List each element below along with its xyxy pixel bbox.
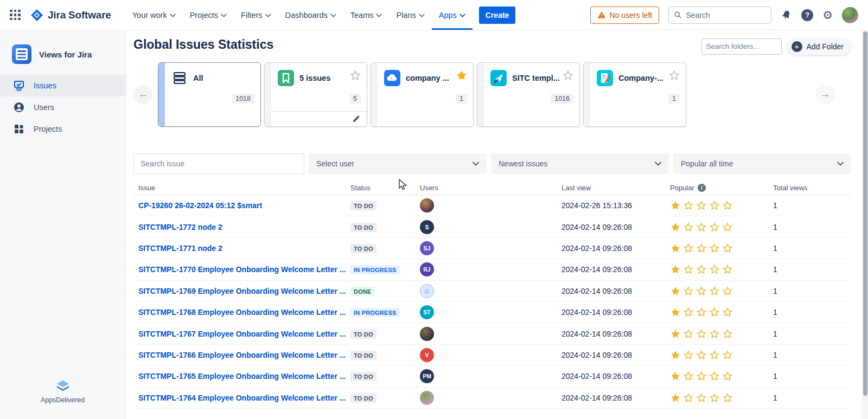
create-button[interactable]: Create <box>479 7 516 24</box>
rating-star-outline-icon[interactable] <box>683 371 694 382</box>
settings-gear-icon[interactable]: ⚙ <box>822 9 833 21</box>
issue-link[interactable]: SITCTMPL-1771 node 2 <box>133 244 350 253</box>
no-users-left-button[interactable]: No users left <box>590 7 660 24</box>
user-avatar[interactable]: S <box>420 220 434 234</box>
rating-star-outline-icon[interactable] <box>683 222 694 233</box>
nav-item-your-work[interactable]: Your work <box>125 0 183 30</box>
scrollbar-thumb[interactable] <box>863 31 867 396</box>
user-avatar[interactable]: SJ <box>420 241 434 255</box>
rating-star-filled-icon[interactable] <box>670 350 681 360</box>
folder-card-all[interactable]: All1018 <box>158 62 261 127</box>
star-outline-icon[interactable] <box>349 69 361 81</box>
sidebar-item-projects[interactable]: Projects <box>0 118 125 140</box>
notifications-bell-icon[interactable] <box>781 9 792 21</box>
rating-star-outline-icon[interactable] <box>709 371 720 382</box>
search-issue-input[interactable] <box>133 153 304 174</box>
issue-link[interactable]: SITCTMPL-1764 Employee Onboarding Welcom… <box>133 394 350 402</box>
user-avatar[interactable] <box>420 391 434 405</box>
nav-item-apps[interactable]: Apps <box>432 0 473 30</box>
select-user-dropdown[interactable]: Select user <box>309 153 487 174</box>
rating-star-filled-icon[interactable] <box>670 371 681 382</box>
star-filled-icon[interactable] <box>456 69 468 81</box>
rating-star-outline-icon[interactable] <box>722 392 733 403</box>
edit-pencil-icon[interactable] <box>352 115 360 123</box>
nav-item-plans[interactable]: Plans <box>389 0 431 30</box>
rating-star-outline-icon[interactable] <box>683 286 694 296</box>
rating-star-filled-icon[interactable] <box>670 200 681 211</box>
folder-star-icon[interactable] <box>349 69 361 83</box>
folder-card-company-[interactable]: company ...1 <box>371 62 474 127</box>
page-scrollbar[interactable] <box>862 30 868 419</box>
rating-star-outline-icon[interactable] <box>696 243 707 254</box>
app-switcher-icon[interactable] <box>10 10 21 21</box>
rating-star-outline-icon[interactable] <box>696 200 707 211</box>
issue-link[interactable]: SITCTMPL-1772 node 2 <box>133 223 350 231</box>
nav-item-dashboards[interactable]: Dashboards <box>278 0 343 30</box>
jira-logo[interactable]: Jira Software <box>30 9 111 22</box>
rating-star-outline-icon[interactable] <box>722 243 733 254</box>
user-avatar[interactable]: V <box>420 348 434 362</box>
rating-star-outline-icon[interactable] <box>696 264 707 275</box>
issue-link[interactable]: SITCTMPL-1765 Employee Onboarding Welcom… <box>133 372 350 381</box>
rating-star-filled-icon[interactable] <box>670 243 681 254</box>
rating-star-outline-icon[interactable] <box>709 200 720 211</box>
rating-star-outline-icon[interactable] <box>709 328 720 339</box>
issue-link[interactable]: SITCTMPL-1767 Employee Onboarding Welcom… <box>133 330 350 338</box>
user-avatar[interactable] <box>420 327 434 341</box>
rating-star-outline-icon[interactable] <box>722 286 733 296</box>
rating-star-outline-icon[interactable] <box>709 243 720 254</box>
rating-star-outline-icon[interactable] <box>696 286 707 296</box>
rating-star-outline-icon[interactable] <box>722 307 733 318</box>
carousel-right-arrow[interactable]: → <box>815 85 835 104</box>
rating-star-outline-icon[interactable] <box>709 392 720 403</box>
rating-star-outline-icon[interactable] <box>709 307 720 318</box>
info-icon[interactable]: i <box>698 184 706 192</box>
nav-item-projects[interactable]: Projects <box>183 0 234 30</box>
rating-star-outline-icon[interactable] <box>709 264 720 275</box>
rating-star-filled-icon[interactable] <box>670 392 681 403</box>
rating-star-outline-icon[interactable] <box>696 307 707 318</box>
rating-star-outline-icon[interactable] <box>722 264 733 275</box>
nav-item-filters[interactable]: Filters <box>234 0 278 30</box>
issue-link[interactable]: SITCTMPL-1770 Employee Onboarding Welcom… <box>133 265 350 274</box>
nav-item-teams[interactable]: Teams <box>343 0 390 30</box>
user-avatar[interactable]: PM <box>420 369 434 383</box>
carousel-left-arrow[interactable]: ← <box>133 85 153 104</box>
sidebar-item-issues[interactable]: Issues <box>0 75 125 96</box>
rating-star-outline-icon[interactable] <box>722 328 733 339</box>
folder-star-icon[interactable] <box>668 69 680 83</box>
rating-star-outline-icon[interactable] <box>722 200 733 211</box>
sidebar-item-users[interactable]: Users <box>0 96 125 118</box>
global-search[interactable] <box>668 7 771 24</box>
star-outline-icon[interactable] <box>668 69 680 81</box>
rating-star-outline-icon[interactable] <box>683 243 694 254</box>
bot-avatar[interactable]: ☺ <box>420 284 434 298</box>
folder-card-sitc-templ-[interactable]: SITC templ...1016 <box>477 62 580 127</box>
folder-card-company-[interactable]: Company-...1 <box>583 62 686 127</box>
folder-star-icon[interactable] <box>456 69 468 83</box>
rating-star-outline-icon[interactable] <box>683 350 694 360</box>
sort-dropdown[interactable]: Newest issues <box>491 153 669 174</box>
folder-card-5-issues[interactable]: 5 issues5 <box>264 62 367 127</box>
rating-star-filled-icon[interactable] <box>670 286 681 296</box>
rating-star-outline-icon[interactable] <box>683 264 694 275</box>
rating-star-outline-icon[interactable] <box>696 371 707 382</box>
issue-link[interactable]: SITCTMPL-1766 Employee Onboarding Welcom… <box>133 351 350 359</box>
rating-star-outline-icon[interactable] <box>709 222 720 233</box>
rating-star-outline-icon[interactable] <box>696 328 707 339</box>
rating-star-filled-icon[interactable] <box>670 222 681 233</box>
rating-star-filled-icon[interactable] <box>670 328 681 339</box>
user-avatar[interactable] <box>420 198 434 212</box>
rating-star-outline-icon[interactable] <box>683 307 694 318</box>
rating-star-outline-icon[interactable] <box>709 350 720 360</box>
rating-star-outline-icon[interactable] <box>709 286 720 296</box>
rating-star-outline-icon[interactable] <box>683 200 694 211</box>
rating-star-filled-icon[interactable] <box>670 264 681 275</box>
issue-link[interactable]: SITCTMPL-1768 Employee Onboarding Welcom… <box>133 308 350 317</box>
rating-star-outline-icon[interactable] <box>683 392 694 403</box>
help-icon[interactable]: ? <box>801 9 813 21</box>
issue-link[interactable]: CP-19260 26-02-2024 05:12 $smart <box>133 201 350 210</box>
star-outline-icon[interactable] <box>562 69 574 81</box>
rating-star-outline-icon[interactable] <box>683 328 694 339</box>
folder-star-icon[interactable] <box>562 69 574 83</box>
